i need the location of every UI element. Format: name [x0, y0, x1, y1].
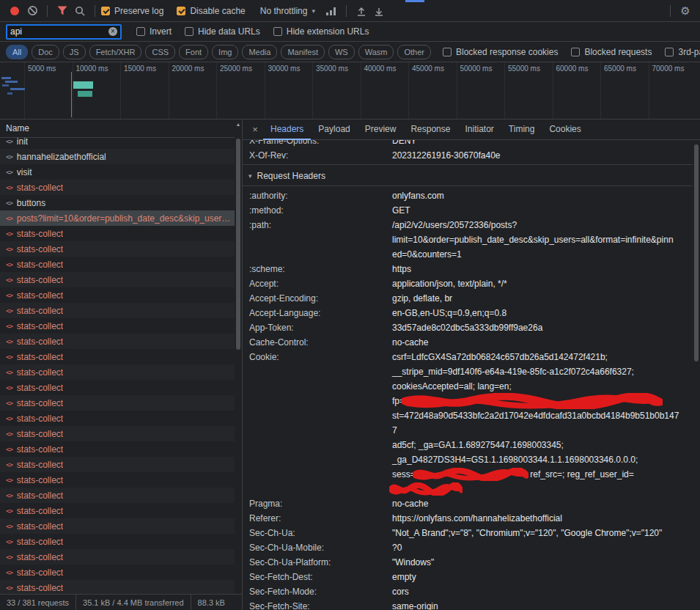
- request-name: stats-collect: [17, 383, 63, 393]
- filter-pill-font[interactable]: Font: [179, 45, 208, 59]
- clear-button[interactable]: [23, 3, 41, 19]
- request-row[interactable]: <>stats-collect: [0, 303, 235, 318]
- tab-response[interactable]: Response: [403, 120, 457, 140]
- tab-headers[interactable]: Headers: [263, 120, 311, 140]
- request-row[interactable]: <>stats-collect: [0, 226, 235, 241]
- request-row[interactable]: <>stats-collect: [0, 180, 235, 195]
- filter-toggle-button[interactable]: [54, 3, 71, 19]
- third-party-requests-checkbox[interactable]: 3rd-party requests: [665, 47, 700, 57]
- request-row[interactable]: <>stats-collect: [0, 380, 235, 395]
- invert-checkbox[interactable]: Invert: [136, 26, 172, 37]
- request-row[interactable]: <>stats-collect: [0, 472, 235, 488]
- details-scrollbar[interactable]: [693, 140, 700, 610]
- request-name: stats-collect: [17, 429, 63, 439]
- hide-data-urls-checkbox[interactable]: Hide data URLs: [185, 26, 260, 37]
- network-conditions-button[interactable]: [323, 3, 340, 19]
- throttling-select[interactable]: No throttling ▾: [260, 6, 315, 16]
- clear-filter-icon[interactable]: ×: [108, 27, 117, 36]
- request-row[interactable]: <>stats-collect: [0, 488, 235, 503]
- header-row: App-Token:33d57ade8c02dbc5a333db99ff9ae2…: [243, 320, 693, 335]
- timeline-label: 70000 ms: [649, 62, 697, 119]
- search-button[interactable]: [71, 3, 89, 19]
- scrollbar-thumb[interactable]: [694, 144, 699, 361]
- request-row[interactable]: <>stats-collect: [0, 457, 235, 472]
- header-row: Sec-Ch-Ua-Mobile:?0: [243, 540, 693, 555]
- request-row[interactable]: <>stats-collect: [0, 580, 235, 594]
- column-header-name[interactable]: Name: [0, 120, 242, 138]
- tab-cookies[interactable]: Cookies: [542, 120, 588, 140]
- request-name: stats-collect: [17, 521, 63, 532]
- settings-button[interactable]: ⚙: [677, 3, 694, 19]
- request-row[interactable]: <>stats-collect: [0, 441, 235, 457]
- request-row[interactable]: <>stats-collect: [0, 565, 235, 580]
- tab-preview[interactable]: Preview: [358, 120, 404, 140]
- request-row[interactable]: <>stats-collect: [0, 411, 235, 426]
- record-button[interactable]: [6, 3, 23, 19]
- header-row: Cache-Control:no-cache: [243, 335, 693, 350]
- request-row[interactable]: <>stats-collect: [0, 534, 235, 549]
- top-accent-bar: [405, 0, 424, 2]
- blocked-requests-checkbox[interactable]: Blocked requests: [571, 47, 652, 57]
- scroll-up-icon[interactable]: ▲: [235, 122, 242, 127]
- blocked-response-cookies-checkbox[interactable]: Blocked response cookies: [443, 47, 558, 57]
- request-headers-section-header[interactable]: ▾Request Headers: [243, 166, 693, 186]
- request-row[interactable]: <>stats-collect: [0, 287, 235, 303]
- request-row[interactable]: <>stats-collect: [0, 318, 235, 334]
- record-icon: [10, 7, 19, 15]
- filter-pill-doc[interactable]: Doc: [32, 45, 59, 59]
- script-resource-icon: <>: [6, 246, 12, 253]
- filter-pill-other[interactable]: Other: [397, 45, 431, 59]
- request-row[interactable]: <>buttons: [0, 195, 235, 210]
- request-row[interactable]: <>visit: [0, 164, 235, 180]
- request-row[interactable]: <>stats-collect: [0, 549, 235, 565]
- headers-panel[interactable]: X-Frame-Options:DENYX-Of-Rev:20231226191…: [243, 140, 693, 610]
- import-har-button[interactable]: [353, 3, 370, 19]
- request-row[interactable]: <>stats-collect: [0, 349, 235, 364]
- request-row[interactable]: <>hannahelizabethofficial: [0, 149, 235, 164]
- blocked-requests-label: Blocked requests: [584, 47, 652, 57]
- request-row[interactable]: <>stats-collect: [0, 395, 235, 411]
- filter-pill-manifest[interactable]: Manifest: [281, 45, 325, 59]
- filter-pill-media[interactable]: Media: [242, 45, 277, 59]
- timeline-label: 65000 ms: [600, 62, 649, 119]
- preserve-log-checkbox[interactable]: Preserve log: [101, 6, 163, 16]
- request-row[interactable]: <>stats-collect: [0, 257, 235, 272]
- request-row[interactable]: <>init: [0, 138, 235, 149]
- scrollbar-thumb[interactable]: [236, 139, 240, 350]
- export-har-button[interactable]: [370, 3, 388, 19]
- filter-pill-ws[interactable]: WS: [328, 45, 355, 59]
- filter-pill-js[interactable]: JS: [63, 45, 86, 59]
- request-row[interactable]: <>stats-collect: [0, 241, 235, 257]
- header-row: Accept-Language:en-GB,en-US;q=0.9,en;q=0…: [243, 306, 693, 320]
- header-name: Sec-Fetch-Dest:: [243, 570, 392, 584]
- request-row[interactable]: <>stats-collect: [0, 518, 235, 534]
- filter-input[interactable]: api ×: [6, 24, 122, 40]
- tab-payload[interactable]: Payload: [311, 120, 357, 140]
- tab-initiator[interactable]: Initiator: [457, 120, 501, 140]
- filter-pill-fetch-xhr[interactable]: Fetch/XHR: [89, 45, 142, 59]
- header-name: Sec-Fetch-Site:: [243, 599, 392, 610]
- hide-extension-urls-checkbox[interactable]: Hide extension URLs: [273, 26, 369, 37]
- network-overview-timeline[interactable]: 5000 ms10000 ms15000 ms20000 ms25000 ms3…: [0, 62, 700, 120]
- request-row[interactable]: <>stats-collect: [0, 272, 235, 287]
- filter-pill-img[interactable]: Img: [212, 45, 238, 59]
- close-details-button[interactable]: ×: [247, 124, 263, 135]
- header-value: no-cache: [392, 496, 693, 511]
- request-row[interactable]: <>stats-collect: [0, 503, 235, 518]
- filter-pill-css[interactable]: CSS: [145, 45, 175, 59]
- filter-pill-all[interactable]: All: [6, 45, 28, 59]
- request-row[interactable]: <>stats-collect: [0, 364, 235, 380]
- request-row[interactable]: <>stats-collect: [0, 334, 235, 349]
- script-resource-icon: <>: [6, 307, 12, 315]
- tab-timing[interactable]: Timing: [501, 120, 542, 140]
- request-row[interactable]: <>posts?limit=10&order=publish_date_desc…: [0, 210, 235, 226]
- request-list[interactable]: <>init<>hannahelizabethofficial<>visit<>…: [0, 138, 235, 594]
- requests-scrollbar[interactable]: ▲: [235, 120, 242, 594]
- header-row: Sec-Ch-Ua:"Not_A Brand";v="8", "Chromium…: [243, 526, 693, 540]
- disable-cache-checkbox[interactable]: Disable cache: [177, 6, 245, 16]
- requests-pane: Name <>init<>hannahelizabethofficial<>vi…: [0, 120, 243, 610]
- filter-pill-wasm[interactable]: Wasm: [358, 45, 394, 59]
- toolbar-divider: [95, 5, 95, 17]
- header-value: https: [392, 262, 693, 276]
- request-row[interactable]: <>stats-collect: [0, 426, 235, 441]
